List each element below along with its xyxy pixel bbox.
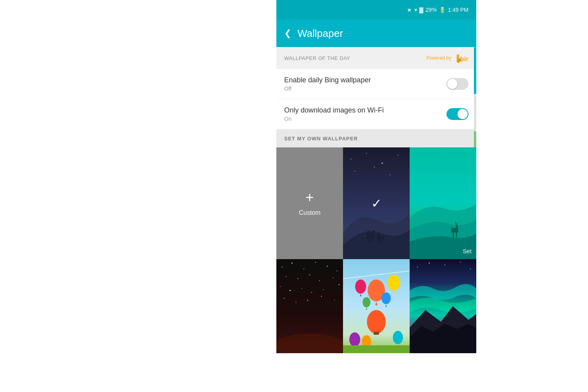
svg-rect-59 <box>374 332 379 335</box>
svg-point-4 <box>350 159 351 160</box>
custom-label: Custom <box>299 209 320 216</box>
aurora-wallpaper-tile[interactable] <box>410 259 476 353</box>
svg-point-29 <box>292 263 293 264</box>
svg-point-9 <box>374 167 375 167</box>
own-wallpaper-section: SET MY OWN WALLPAPER <box>276 129 476 147</box>
svg-point-42 <box>311 292 312 293</box>
svg-point-37 <box>319 280 320 281</box>
svg-point-57 <box>363 297 370 307</box>
time: 1:49 PM <box>448 7 468 13</box>
teal-wallpaper-tile[interactable]: Set <box>410 147 476 259</box>
svg-point-28 <box>282 267 283 267</box>
svg-point-44 <box>339 284 340 285</box>
wifi-only-text: Only download images on Wi-Fi On <box>284 106 446 122</box>
page-title: Wallpaper <box>298 27 343 40</box>
svg-point-5 <box>366 153 367 154</box>
svg-point-43 <box>323 289 324 290</box>
svg-rect-14 <box>367 231 370 235</box>
bing-wallpaper-text: Enable daily Bing wallpaper Off <box>284 76 446 92</box>
status-bar: ★ ▾ ▓ 29% 🔋 1:49 PM <box>276 0 476 20</box>
svg-point-70 <box>460 262 461 263</box>
battery-icon: 🔋 <box>439 7 446 13</box>
bing-wallpaper-status: Off <box>284 85 446 92</box>
header: ❮ Wallpaper <box>276 20 476 47</box>
wifi-only-title: Only download images on Wi-Fi <box>284 106 446 114</box>
wallpaper-grid-row2 <box>276 259 476 353</box>
svg-point-69 <box>445 265 445 265</box>
scrollbar-thumb <box>474 47 476 94</box>
svg-point-50 <box>276 334 343 353</box>
svg-point-31 <box>315 262 316 263</box>
starry-wallpaper-tile[interactable] <box>276 259 343 353</box>
svg-point-54 <box>388 275 400 290</box>
toggle-knob-off <box>447 79 457 89</box>
svg-rect-65 <box>343 345 410 353</box>
toggle-knob-on <box>457 109 468 119</box>
bing-icon: bing <box>453 53 468 64</box>
status-icons: ★ ▾ ▓ 29% 🔋 1:49 PM <box>407 7 468 13</box>
phone-container: ★ ▾ ▓ 29% 🔋 1:49 PM ❮ Wallpaper WALLPAPE… <box>276 0 476 392</box>
svg-point-32 <box>327 266 328 267</box>
desert-wallpaper-tile[interactable]: ✓ <box>343 147 410 259</box>
set-label: Set <box>463 248 472 254</box>
wifi-only-status: On <box>284 116 446 122</box>
own-wallpaper-label: SET MY OWN WALLPAPER <box>284 136 358 142</box>
svg-point-10 <box>390 174 390 175</box>
plus-icon: + <box>305 191 314 205</box>
svg-rect-15 <box>372 230 375 234</box>
powered-by-text: Powered by <box>426 55 451 61</box>
svg-point-56 <box>381 292 391 304</box>
wifi-only-toggle[interactable] <box>446 108 468 120</box>
bing-wallpaper-title: Enable daily Bing wallpaper <box>284 76 446 84</box>
wallpaper-of-day-section: WALLPAPER OF THE DAY Powered by bing <box>276 47 476 69</box>
svg-point-7 <box>397 155 398 156</box>
svg-point-68 <box>429 263 430 264</box>
wifi-icon: ▾ <box>414 7 417 13</box>
svg-rect-22 <box>456 232 457 238</box>
svg-point-55 <box>355 279 366 294</box>
svg-point-64 <box>393 331 403 344</box>
bing-logo: Powered by bing <box>426 53 468 64</box>
svg-text:bing: bing <box>460 56 468 62</box>
svg-point-40 <box>290 290 291 291</box>
selected-check-icon: ✓ <box>371 196 382 211</box>
svg-point-45 <box>284 298 285 299</box>
svg-point-6 <box>382 163 383 164</box>
wallpaper-grid-row1: + Custom <box>276 147 476 259</box>
custom-wallpaper-tile[interactable]: + Custom <box>276 147 343 259</box>
svg-point-30 <box>303 269 304 269</box>
bluetooth-icon: ★ <box>407 7 412 13</box>
svg-rect-24 <box>456 225 458 229</box>
svg-point-71 <box>470 269 471 269</box>
svg-point-8 <box>354 171 355 171</box>
svg-point-38 <box>333 278 334 278</box>
back-button[interactable]: ❮ <box>284 28 291 38</box>
teal-tile-bg: Set <box>410 147 476 259</box>
svg-point-41 <box>301 288 302 289</box>
wallpaper-of-day-label: WALLPAPER OF THE DAY <box>284 55 350 61</box>
svg-rect-19 <box>377 233 380 236</box>
svg-point-33 <box>337 270 338 271</box>
bing-wallpaper-toggle[interactable] <box>446 78 468 90</box>
svg-point-34 <box>286 276 287 277</box>
svg-point-48 <box>321 296 322 297</box>
svg-point-58 <box>367 310 386 334</box>
svg-point-35 <box>298 278 298 279</box>
svg-point-62 <box>349 332 360 347</box>
svg-point-49 <box>334 300 335 301</box>
svg-point-67 <box>417 267 418 267</box>
svg-point-39 <box>280 286 281 287</box>
bing-wallpaper-setting: Enable daily Bing wallpaper Off <box>276 69 476 99</box>
desert-tile-bg: ✓ <box>343 147 410 259</box>
svg-point-46 <box>296 302 296 303</box>
svg-point-36 <box>309 274 310 276</box>
wifi-only-setting: Only download images on Wi-Fi On <box>276 99 476 129</box>
balloons-wallpaper-tile[interactable] <box>343 259 410 353</box>
svg-point-47 <box>307 300 309 301</box>
svg-rect-16 <box>378 240 379 243</box>
svg-rect-21 <box>453 232 454 238</box>
custom-tile-bg: + Custom <box>276 147 343 259</box>
signal-icon: ▓ <box>419 7 423 13</box>
battery-percent: 29% <box>426 7 437 13</box>
